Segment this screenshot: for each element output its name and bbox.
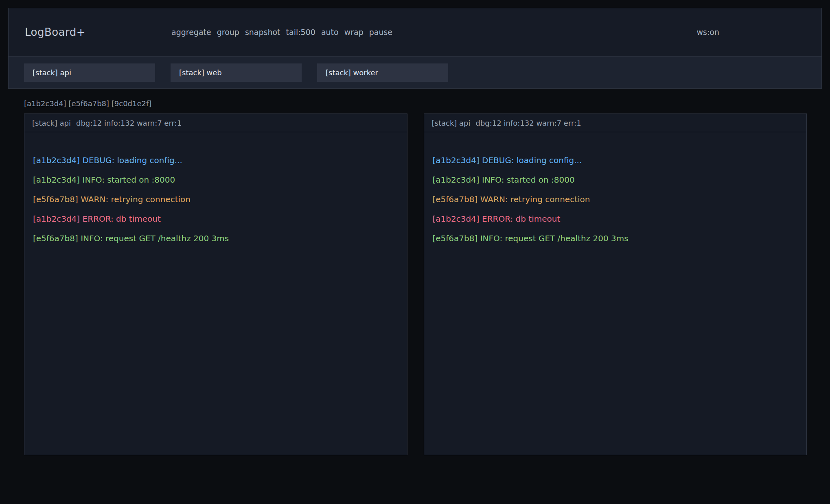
- header-container: LogBoard+ aggregate group snapshot tail:…: [8, 8, 822, 89]
- trace-ids: [a1b2c3d4] [e5f6a7b8] [9c0d1e2f]: [24, 99, 830, 108]
- log-line: [a1b2c3d4] DEBUG: loading config...: [433, 151, 799, 170]
- log-line: [a1b2c3d4] INFO: started on :8000: [33, 170, 399, 190]
- menu-item-aggregate[interactable]: aggregate: [171, 28, 211, 37]
- menu-item-group[interactable]: group: [217, 28, 239, 37]
- menu-item-wrap[interactable]: wrap: [344, 28, 364, 37]
- log-line: [e5f6a7b8] INFO: request GET /healthz 20…: [33, 229, 399, 248]
- tab-stack-api[interactable]: [stack] api: [24, 63, 155, 82]
- tab-stack-worker[interactable]: [stack] worker: [317, 63, 448, 82]
- log-line: [a1b2c3d4] INFO: started on :8000: [433, 170, 799, 190]
- panel-header: [stack] api dbg:12 info:132 warn:7 err:1: [424, 114, 807, 132]
- panel-header: [stack] api dbg:12 info:132 warn:7 err:1: [24, 114, 407, 132]
- menu-item-auto[interactable]: auto: [321, 28, 339, 37]
- toolbar: aggregate group snapshot tail:500 auto w…: [171, 28, 392, 37]
- log-line: [e5f6a7b8] WARN: retrying connection: [33, 190, 399, 209]
- menu-item-tail[interactable]: tail:500: [286, 28, 315, 37]
- menu-item-snapshot[interactable]: snapshot: [245, 28, 280, 37]
- menu-item-pause[interactable]: pause: [369, 28, 392, 37]
- panel-title: [stack] api: [32, 119, 71, 127]
- log-line: [e5f6a7b8] WARN: retrying connection: [433, 190, 799, 209]
- app-title: LogBoard+: [25, 26, 171, 38]
- title-row: LogBoard+ aggregate group snapshot tail:…: [9, 8, 821, 56]
- log-line: [a1b2c3d4] ERROR: db timeout: [433, 209, 799, 229]
- panel-title: [stack] api: [432, 119, 471, 127]
- tab-stack-web[interactable]: [stack] web: [171, 63, 302, 82]
- log-panel-left: [stack] api dbg:12 info:132 warn:7 err:1…: [24, 113, 407, 455]
- panel-stats: dbg:12 info:132 warn:7 err:1: [76, 119, 182, 127]
- log-body[interactable]: [a1b2c3d4] DEBUG: loading config... [a1b…: [424, 132, 807, 455]
- panels-row: [stack] api dbg:12 info:132 warn:7 err:1…: [24, 113, 807, 455]
- log-panel-right: [stack] api dbg:12 info:132 warn:7 err:1…: [424, 113, 807, 455]
- log-body[interactable]: [a1b2c3d4] DEBUG: loading config... [a1b…: [24, 132, 407, 455]
- log-line: [a1b2c3d4] ERROR: db timeout: [33, 209, 399, 229]
- ws-status-badge: ws:on: [696, 28, 719, 37]
- stack-tabs: [stack] api [stack] web [stack] worker: [9, 56, 821, 88]
- log-line: [e5f6a7b8] INFO: request GET /healthz 20…: [433, 229, 799, 248]
- panel-stats: dbg:12 info:132 warn:7 err:1: [476, 119, 581, 127]
- log-line: [a1b2c3d4] DEBUG: loading config...: [33, 151, 399, 170]
